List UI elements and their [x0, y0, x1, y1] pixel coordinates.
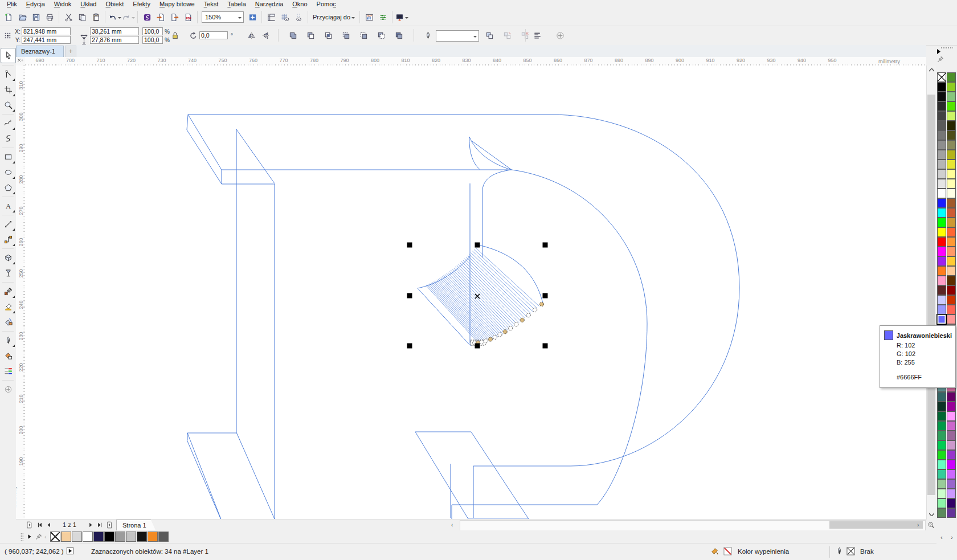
first-page-button[interactable] [35, 521, 44, 529]
zoom-level-combo[interactable]: 150% [202, 11, 244, 23]
palette-color-swatch[interactable] [947, 498, 956, 508]
scroll-down-button[interactable] [927, 510, 936, 519]
palette-color-swatch[interactable] [947, 431, 956, 440]
scale-x-field[interactable] [142, 27, 163, 35]
document-palette-color-swatch[interactable] [83, 532, 93, 542]
drawing-canvas[interactable] [25, 66, 926, 520]
palette-color-swatch[interactable] [947, 469, 956, 479]
text-tool-button[interactable]: A [1, 199, 15, 213]
palette-color-swatch[interactable] [937, 498, 946, 508]
scale-y-field[interactable] [142, 36, 163, 44]
selection-handle[interactable] [475, 344, 480, 349]
redo-button[interactable] [122, 11, 134, 23]
palette-color-swatch[interactable] [937, 479, 946, 489]
palette-color-swatch[interactable] [947, 460, 956, 469]
palette-color-swatch[interactable] [947, 314, 956, 324]
palette-color-swatch[interactable] [937, 150, 946, 160]
polygon-tool-button[interactable] [1, 181, 15, 195]
menu-tabela[interactable]: Tabela [223, 0, 250, 9]
palette-color-swatch[interactable] [937, 101, 946, 111]
palette-color-swatch[interactable] [947, 198, 956, 208]
next-page-button[interactable] [87, 521, 95, 529]
import-button[interactable] [154, 11, 167, 23]
menu-tekst[interactable]: Tekst [199, 0, 223, 9]
palette-color-swatch[interactable] [937, 440, 946, 450]
selection-handle[interactable] [543, 293, 548, 299]
menu-pomoc[interactable]: Pomoc [312, 0, 341, 9]
rotation-angle-field[interactable] [199, 31, 228, 39]
ellipse-tool-button[interactable] [1, 165, 15, 179]
document-palette-color-swatch[interactable] [104, 532, 114, 542]
vertical-ruler[interactable]: milimetry 310300290280270260250240230220… [16, 66, 26, 530]
palette-color-swatch[interactable] [937, 111, 946, 121]
interactive-fill-tool-button[interactable] [1, 315, 15, 329]
palette-color-swatch[interactable] [937, 508, 946, 518]
previous-page-button[interactable] [44, 521, 53, 529]
palette-flyout-icon[interactable] [936, 49, 957, 56]
palette-color-swatch[interactable] [937, 208, 946, 218]
palette-color-swatch[interactable] [937, 402, 946, 411]
selection-handle[interactable] [407, 344, 412, 349]
show-grid-button[interactable] [279, 11, 291, 23]
add-page-button-left[interactable] [25, 521, 34, 529]
palette-color-swatch[interactable] [937, 92, 946, 101]
intersect-button[interactable] [322, 29, 334, 42]
palette-color-swatch[interactable] [947, 411, 956, 421]
simplify-button[interactable] [340, 29, 352, 42]
artistic-media-tool-button[interactable] [1, 132, 15, 146]
rectangle-tool-button[interactable] [1, 150, 15, 164]
customize-tool-button[interactable] [1, 382, 15, 397]
palette-color-swatch[interactable] [937, 130, 946, 140]
fill-dialog-tool-button[interactable] [1, 349, 15, 363]
snap-to-dropdown[interactable]: Przyciągaj do [310, 11, 357, 23]
document-palette-color-swatch[interactable] [137, 532, 147, 542]
back-minus-front-button[interactable] [375, 29, 387, 42]
document-palette-color-swatch[interactable] [115, 532, 125, 542]
trim-button[interactable] [304, 29, 317, 42]
document-palette-eyedropper-icon[interactable] [35, 533, 42, 541]
document-palette-grip[interactable] [21, 533, 23, 541]
palette-color-swatch[interactable] [937, 431, 946, 440]
status-flyout-button[interactable] [66, 547, 74, 555]
document-palette-color-swatch[interactable] [158, 532, 169, 542]
palette-color-swatch[interactable] [937, 314, 946, 324]
options-chart-button[interactable] [363, 11, 375, 23]
palette-color-swatch[interactable] [947, 189, 956, 198]
object-y-position-field[interactable] [22, 36, 71, 44]
palette-color-swatch[interactable] [947, 101, 956, 111]
horizontal-scrollbar[interactable] [460, 520, 926, 531]
pdf-button[interactable]: PDF [182, 11, 194, 23]
document-palette-flyout-icon[interactable] [27, 534, 32, 539]
palette-color-swatch[interactable] [947, 208, 956, 218]
palette-color-swatch[interactable] [937, 305, 946, 314]
create-boundary-button[interactable] [392, 29, 405, 42]
transparency-tool-button[interactable] [1, 266, 15, 280]
ruler-origin-button[interactable] [16, 57, 25, 66]
palette-scroll-down[interactable]: › [951, 534, 952, 541]
outline-pen-tool-button[interactable] [1, 333, 15, 348]
pick-tool-button[interactable] [1, 48, 16, 63]
show-guides-button[interactable] [292, 11, 305, 23]
front-minus-back-button[interactable] [357, 29, 370, 42]
vertical-scrollbar[interactable] [926, 66, 936, 520]
palette-color-swatch[interactable] [937, 189, 946, 198]
save-button[interactable] [30, 11, 42, 23]
document-palette-scroll-left[interactable]: ‹ [44, 533, 47, 540]
horizontal-ruler[interactable]: milimetry 690700710720730740750760770780… [25, 57, 926, 66]
freehand-tool-button[interactable] [1, 116, 15, 130]
palette-color-swatch[interactable] [937, 179, 946, 189]
palette-color-swatch[interactable] [947, 450, 956, 460]
palette-color-swatch[interactable] [947, 227, 956, 237]
align-distribute-button[interactable] [531, 29, 543, 42]
document-palette-color-swatch[interactable] [126, 532, 136, 542]
palette-color-swatch[interactable] [947, 402, 956, 411]
hscroll-right-button[interactable]: › [917, 521, 919, 529]
ungroup-all-button[interactable] [518, 29, 531, 42]
zoom-tool-button[interactable] [1, 98, 15, 112]
group-button[interactable] [483, 29, 496, 42]
palette-color-swatch[interactable] [947, 479, 956, 489]
palette-color-swatch[interactable] [947, 508, 956, 518]
options-sliders-button[interactable] [377, 11, 389, 23]
palette-color-swatch[interactable] [937, 421, 946, 431]
undo-button[interactable] [108, 11, 121, 23]
